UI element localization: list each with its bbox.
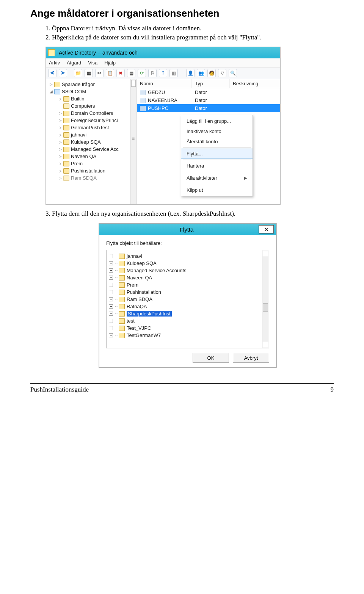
copy-icon[interactable]: 📋 [106, 69, 114, 77]
separator [183, 160, 251, 160]
tree-label: Managed Service Accounts [127, 268, 187, 273]
chevron-right-icon: ▶ [244, 176, 247, 180]
dialog-tree-item[interactable]: +Prem [109, 281, 269, 288]
expand-icon[interactable]: + [109, 261, 113, 265]
menu-atgard[interactable]: Åtgärd [67, 60, 81, 66]
scroll-thumb[interactable] [131, 80, 136, 87]
props-icon[interactable]: ▦ [85, 69, 93, 77]
window-titlebar[interactable]: Active Directory -- användare och [46, 47, 280, 58]
user-icon[interactable]: 👤 [186, 69, 195, 77]
dialog-tree-item[interactable]: +Kuldeep SQA [109, 260, 269, 267]
cell: Dator [192, 104, 230, 112]
ctx-add-to-group[interactable]: Lägg till i en grupp... [181, 116, 253, 126]
export-icon[interactable]: ⎘ [148, 69, 157, 77]
expand-icon[interactable]: + [109, 333, 113, 337]
expand-icon[interactable]: + [109, 276, 113, 280]
expand-icon[interactable]: + [109, 290, 113, 294]
list-icon[interactable]: ▤ [127, 69, 135, 77]
dialog-titlebar[interactable]: Flytta ✕ [99, 224, 276, 235]
tree-item[interactable]: ▷Ram SDQA [58, 174, 136, 182]
tree-pane[interactable]: ▷Sparade frågor ◢SSDI.COM ▷Builtin Compu… [46, 79, 137, 204]
refresh-icon[interactable]: ⟳ [138, 69, 146, 77]
footer-page: 9 [331, 386, 334, 393]
cancel-button[interactable]: Avbryt [233, 353, 269, 363]
detail-icon[interactable]: ▥ [169, 69, 178, 77]
ctx-manage[interactable]: Hantera [181, 161, 253, 171]
delete-icon[interactable]: ✖ [116, 69, 125, 77]
tree-item[interactable]: ▷GermanPushTest [58, 124, 136, 131]
scroll-thumb[interactable] [263, 303, 268, 312]
tree-item[interactable]: ▷Sparade frågor [49, 81, 136, 88]
dialog-tree-item[interactable]: +Naveen QA [109, 274, 269, 281]
ctx-cut[interactable]: Klipp ut [181, 185, 253, 195]
scroll-up-icon[interactable] [263, 251, 268, 256]
tree-label: GermanPushTest [71, 125, 109, 130]
tree-item[interactable]: ▷ForeignSecurityPrinci [58, 117, 136, 124]
dialog-tree-item[interactable]: +RatnaQA [109, 303, 269, 310]
col-typ[interactable]: Typ [192, 79, 230, 88]
tree-item[interactable]: ◢SSDI.COM [49, 88, 136, 95]
ctx-disable[interactable]: Inaktivera konto [181, 126, 253, 136]
list-header[interactable]: Namn Typ Beskrivning [137, 79, 280, 88]
group-icon[interactable]: 🧑 [207, 69, 216, 77]
folder-icon [119, 326, 125, 331]
tree-item[interactable]: ▷Naveen QA [58, 153, 136, 160]
tree-item[interactable]: ▷Pushinstallation [58, 167, 136, 174]
list-row[interactable]: GEDZU Dator [137, 88, 280, 96]
tree-item[interactable]: ▷Kuldeep SQA [58, 138, 136, 146]
menu-arkiv[interactable]: Arkiv [49, 60, 60, 66]
dialog-tree-item[interactable]: +Pushinstallation [109, 288, 269, 296]
expand-icon[interactable]: + [109, 297, 113, 301]
col-beskrivning[interactable]: Beskrivning [230, 79, 280, 88]
ctx-all-activities[interactable]: Alla aktiviteter▶ [181, 173, 253, 183]
dialog-tree[interactable]: +jahnavi+Kuldeep SQA+Managed Service Acc… [106, 250, 269, 348]
dialog-tree-item[interactable]: +jahnavi [109, 252, 269, 260]
menu-hjalp[interactable]: Hjälp [104, 60, 116, 66]
dialog-tree-item[interactable]: +Test_VJPC [109, 324, 269, 332]
close-button[interactable]: ✕ [259, 225, 274, 234]
help-icon[interactable]: ? [159, 69, 167, 77]
folder-icon [119, 282, 125, 288]
tree-item[interactable]: Computers [58, 102, 136, 110]
adduser-icon[interactable]: 👥 [197, 69, 205, 77]
tree-item[interactable]: ▷Builtin [58, 95, 136, 102]
expand-icon[interactable]: + [109, 283, 113, 287]
ok-button[interactable]: OK [193, 353, 229, 363]
expand-icon[interactable]: + [109, 326, 113, 330]
expand-icon[interactable]: + [109, 254, 113, 258]
tree-item[interactable]: ▷jahnavi [58, 131, 136, 138]
list-row-selected[interactable]: PUSHPC Dator [137, 104, 280, 112]
cell: Dator [192, 96, 230, 104]
filter-icon[interactable]: ▽ [218, 69, 226, 77]
cut-icon[interactable]: ✂ [95, 69, 104, 77]
dialog-tree-item[interactable]: +Ram SDQA [109, 296, 269, 303]
forward-icon[interactable]: ⮞ [59, 69, 67, 77]
dialog-tree-item[interactable]: +TestGermanW7 [109, 332, 269, 339]
scrollbar[interactable]: ≡ [130, 79, 136, 204]
scroll-down-icon[interactable] [263, 342, 268, 347]
dialog-tree-item[interactable]: +SharpdeskPushInst [109, 310, 269, 317]
tree-item[interactable]: ▷Managed Service Acc [58, 146, 136, 153]
col-namn[interactable]: Namn [137, 79, 192, 88]
computer-icon [140, 98, 146, 103]
tree-item[interactable]: ▷Prem [58, 160, 136, 167]
list-row[interactable]: NAVEEN1RA Dator [137, 96, 280, 104]
cell: GEDZU [148, 89, 165, 95]
scrollbar[interactable] [262, 250, 269, 348]
expand-icon[interactable]: + [109, 268, 113, 273]
find-icon[interactable]: 🔍 [229, 69, 237, 77]
ctx-reset[interactable]: Återställ konto [181, 136, 253, 147]
dialog-tree-item[interactable]: +test [109, 317, 269, 324]
dialog-label: Flytta objekt till behållare: [106, 240, 269, 246]
step-1: 1. Öppna Datorer i trädvyn. Då visas all… [46, 25, 334, 32]
up-icon[interactable]: 📁 [74, 69, 82, 77]
expand-icon[interactable]: + [109, 312, 113, 316]
separator [183, 147, 251, 148]
expand-icon[interactable]: + [109, 304, 113, 309]
ctx-move[interactable]: Flytta... [181, 149, 253, 159]
expand-icon[interactable]: + [109, 319, 113, 323]
menu-visa[interactable]: Visa [88, 60, 97, 66]
dialog-tree-item[interactable]: +Managed Service Accounts [109, 267, 269, 274]
back-icon[interactable]: ⮜ [48, 69, 56, 77]
tree-item[interactable]: ▷Domain Controllers [58, 110, 136, 117]
